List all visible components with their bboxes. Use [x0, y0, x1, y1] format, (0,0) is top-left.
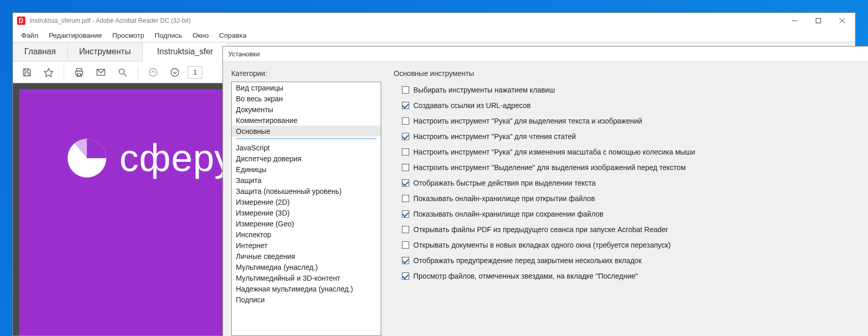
category-item[interactable]: Измерение (2D)	[232, 196, 381, 207]
menubar: Файл Редактирование Просмотр Подпись Окн…	[13, 28, 855, 42]
checkbox[interactable]	[402, 102, 409, 109]
checkbox[interactable]	[402, 226, 409, 233]
page-down-icon[interactable]	[166, 64, 184, 81]
category-item[interactable]: Основные	[232, 126, 381, 136]
category-item[interactable]: Вид страницы	[232, 82, 381, 93]
checkbox[interactable]	[402, 195, 409, 202]
svg-point-14	[171, 68, 179, 76]
option-row: Настроить инструмент "Рука" для изменени…	[402, 148, 860, 156]
option-label: Настроить инструмент "Выделение" для выд…	[413, 163, 686, 172]
category-item[interactable]: Подписи	[232, 294, 381, 305]
save-icon[interactable]	[18, 64, 36, 81]
option-label: Просмотр файлов, отмеченных звездами, на…	[413, 272, 638, 280]
checkbox[interactable]	[402, 164, 409, 171]
category-item[interactable]: Во весь экран	[232, 93, 381, 104]
svg-rect-5	[25, 69, 28, 71]
logo-text: сферу	[119, 136, 234, 180]
option-row: Настроить инструмент "Рука" для чтения с…	[402, 132, 860, 141]
checkbox[interactable]	[402, 257, 409, 264]
option-label: Открывать файлы PDF из предыдущего сеанс…	[413, 225, 668, 234]
category-item[interactable]: Измерение (3D)	[232, 207, 381, 218]
option-row: Отображать предупреждение перед закрытие…	[402, 256, 860, 265]
category-item[interactable]: Мультимедиа (унаслед.)	[232, 262, 381, 272]
maximize-button[interactable]	[806, 13, 830, 28]
svg-rect-8	[77, 68, 82, 71]
option-row: Открывать документы в новых вкладках одн…	[402, 241, 860, 249]
category-item[interactable]: Личные сведения	[232, 251, 381, 262]
checkbox[interactable]	[402, 133, 409, 140]
category-item[interactable]: Инспектор	[232, 229, 381, 240]
categories-list[interactable]: Вид страницыВо весь экранДокументыКоммен…	[231, 82, 381, 336]
option-row: Настроить инструмент "Рука" для выделени…	[402, 117, 860, 125]
tab-home[interactable]: Главная	[13, 42, 68, 61]
option-label: Показывать онлайн-хранилище при открытии…	[413, 194, 595, 203]
page-up-icon[interactable]	[144, 64, 162, 81]
category-item[interactable]: Комментирование	[232, 115, 381, 126]
category-item[interactable]: Защита	[232, 175, 381, 186]
option-row: Выбирать инструменты нажатием клавиш	[402, 86, 860, 94]
menu-file[interactable]: Файл	[16, 30, 43, 41]
svg-point-11	[119, 69, 124, 74]
category-item[interactable]: Измерение (Geo)	[232, 218, 381, 229]
checkbox[interactable]	[402, 241, 409, 249]
menu-help[interactable]: Справка	[214, 30, 252, 41]
window-title: Instruktsia_sferum.pdf - Adobe Acrobat R…	[29, 17, 190, 24]
checkbox[interactable]	[402, 117, 409, 125]
category-item[interactable]: Мультимедийный и 3D-контент	[232, 272, 381, 283]
svg-rect-6	[25, 72, 29, 75]
menu-view[interactable]: Просмотр	[107, 30, 149, 41]
logo: сферу	[67, 136, 234, 180]
category-item[interactable]: Интернет	[232, 240, 381, 251]
close-button[interactable]	[830, 13, 854, 28]
search-icon[interactable]	[114, 64, 131, 81]
minimize-button[interactable]	[783, 13, 806, 28]
category-item[interactable]: Надежная мультимедиа (унаслед.)	[232, 283, 381, 294]
option-row: Отображать быстрые действия при выделени…	[402, 179, 860, 187]
category-item[interactable]: Диспетчер доверия	[232, 153, 381, 164]
option-row: Настроить инструмент "Выделение" для выд…	[402, 163, 860, 172]
svg-rect-9	[78, 73, 81, 75]
option-label: Открывать документы в новых вкладках одн…	[413, 241, 671, 249]
option-label: Показывать онлайн-хранилище при сохранен…	[413, 210, 603, 218]
categories-label: Категории:	[231, 69, 381, 78]
option-row: Создавать ссылки из URL-адресов	[402, 101, 860, 110]
option-row: Просмотр файлов, отмеченных звездами, на…	[402, 272, 860, 280]
category-item[interactable]: Защита (повышенный уровень)	[232, 186, 381, 196]
checkbox[interactable]	[402, 148, 409, 156]
option-label: Настроить инструмент "Рука" для чтения с…	[413, 132, 576, 141]
checkbox[interactable]	[402, 179, 409, 187]
category-item[interactable]: Единицы	[232, 164, 381, 175]
checkbox[interactable]	[402, 86, 409, 94]
sphere-icon	[67, 138, 107, 178]
page-number-input[interactable]: 1	[188, 66, 202, 79]
options-group-label: Основные инструменты	[394, 69, 860, 78]
star-icon[interactable]	[40, 64, 57, 81]
menu-edit[interactable]: Редактирование	[43, 30, 107, 41]
titlebar: Instruktsia_sferum.pdf - Adobe Acrobat R…	[13, 13, 855, 28]
category-item[interactable]: JavaScript	[232, 142, 381, 153]
options-list: Выбирать инструменты нажатием клавишСозд…	[394, 86, 860, 287]
tab-document[interactable]: Instruktsia_sfer	[143, 42, 228, 62]
option-label: Отображать быстрые действия при выделени…	[413, 179, 596, 187]
svg-marker-7	[44, 68, 53, 77]
option-label: Выбирать инструменты нажатием клавиш	[413, 86, 555, 94]
print-icon[interactable]	[70, 64, 88, 81]
option-row: Показывать онлайн-хранилище при сохранен…	[402, 210, 860, 218]
option-label: Отображать предупреждение перед закрытие…	[413, 256, 641, 265]
svg-line-12	[124, 73, 127, 76]
mail-icon[interactable]	[92, 64, 110, 81]
checkbox[interactable]	[402, 210, 409, 218]
tab-tools[interactable]: Инструменты	[68, 42, 143, 61]
checkbox[interactable]	[402, 272, 409, 280]
option-row: Показывать онлайн-хранилище при открытии…	[402, 194, 860, 203]
option-label: Создавать ссылки из URL-адресов	[413, 101, 531, 110]
option-row: Открывать файлы PDF из предыдущего сеанс…	[402, 225, 860, 234]
menu-window[interactable]: Окно	[187, 30, 214, 41]
preferences-title: Установки	[223, 47, 868, 62]
category-item[interactable]: Документы	[232, 104, 381, 115]
app-icon	[17, 17, 25, 25]
svg-rect-0	[17, 17, 25, 25]
option-label: Настроить инструмент "Рука" для изменени…	[413, 148, 695, 156]
option-label: Настроить инструмент "Рука" для выделени…	[413, 117, 642, 125]
menu-sign[interactable]: Подпись	[149, 30, 187, 41]
